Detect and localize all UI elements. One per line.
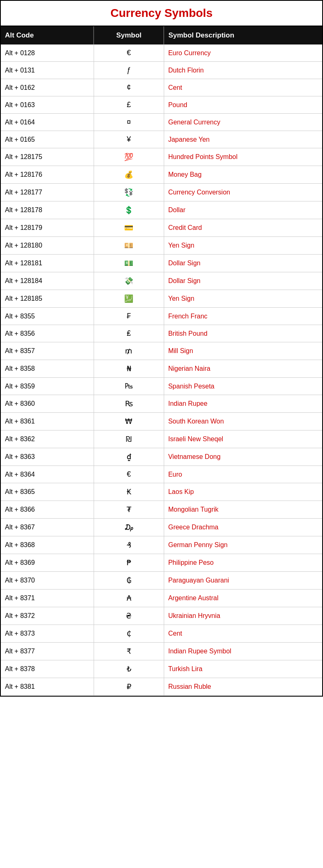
cell-description: Dollar Sign [164,272,322,290]
cell-alt-code: Alt + 128175 [1,148,94,166]
cell-description: Israeli New Sheqel [164,430,322,448]
table-row: Alt + 128178💲Dollar [1,201,322,219]
cell-symbol: 💱 [94,184,164,201]
cell-alt-code: Alt + 8359 [1,378,94,395]
cell-symbol: ₺ [94,660,164,678]
cell-description: South Korean Won [164,413,322,430]
table-row: Alt + 8381₽Russian Ruble [1,678,322,696]
cell-symbol: ₹ [94,643,164,660]
col-header-description: Symbol Description [164,26,322,44]
cell-symbol: ₤ [94,325,164,342]
cell-symbol: ₣ [94,308,164,325]
cell-alt-code: Alt + 8377 [1,643,94,660]
cell-symbol: ¥ [94,131,164,148]
cell-description: Dollar [164,201,322,219]
cell-symbol: ₭ [94,483,164,501]
cell-alt-code: Alt + 128176 [1,166,94,184]
table-row: Alt + 128180💴Yen Sign [1,237,322,255]
cell-description: Japanese Yen [164,131,322,148]
cell-symbol: ₨ [94,395,164,413]
cell-description: Money Bag [164,166,322,184]
table-row: Alt + 0162¢Cent [1,79,322,96]
cell-alt-code: Alt + 8369 [1,554,94,572]
table-row: Alt + 8358₦Nigerian Naira [1,360,322,378]
cell-alt-code: Alt + 128185 [1,290,94,308]
cell-symbol: ₦ [94,360,164,378]
cell-description: Pound [164,96,322,114]
table-row: Alt + 8369₱Philippine Peso [1,554,322,572]
cell-symbol: ₥ [94,342,164,360]
table-row: Alt + 0131ƒDutch Florin [1,62,322,79]
cell-description: French Franc [164,308,322,325]
table-row: Alt + 128177💱Currency Conversion [1,184,322,201]
cell-symbol: 💯 [94,148,164,166]
table-row: Alt + 8367₯Greece Drachma [1,519,322,536]
cell-symbol: 💲 [94,201,164,219]
table-row: Alt + 128176💰Money Bag [1,166,322,184]
cell-alt-code: Alt + 128181 [1,255,94,272]
table-row: Alt + 8372₴Ukrainian Hryvnia [1,607,322,625]
cell-description: Argentine Austral [164,590,322,607]
cell-symbol: 💰 [94,166,164,184]
cell-symbol: ₪ [94,430,164,448]
cell-description: Euro [164,466,322,483]
table-row: Alt + 8370₲Paraguayan Guarani [1,572,322,590]
table-row: Alt + 8378₺Turkish Lira [1,660,322,678]
currency-symbols-table: Currency Symbols Alt Code Symbol Symbol … [0,0,323,697]
cell-alt-code: Alt + 8358 [1,360,94,378]
cell-description: Yen Sign [164,237,322,255]
table-row: Alt + 8363₫Vietnamese Dong [1,448,322,466]
cell-description: Euro Currency [164,44,322,62]
table-row: Alt + 0164¤General Currency [1,114,322,131]
cell-alt-code: Alt + 8372 [1,607,94,625]
cell-description: Ukrainian Hryvnia [164,607,322,625]
cell-symbol: 💳 [94,219,164,237]
cell-symbol: 💵 [94,255,164,272]
cell-alt-code: Alt + 8381 [1,678,94,696]
cell-alt-code: Alt + 8368 [1,536,94,554]
cell-symbol: ₩ [94,413,164,430]
table-row: Alt + 8359₧Spanish Peseta [1,378,322,395]
table-row: Alt + 8357₥Mill Sign [1,342,322,360]
table-row: Alt + 8377₹Indian Rupee Symbol [1,643,322,660]
cell-alt-code: Alt + 8366 [1,501,94,519]
cell-description: Indian Rupee Symbol [164,643,322,660]
cell-symbol: ₴ [94,607,164,625]
cell-symbol: ₫ [94,448,164,466]
table-row: Alt + 8371₳Argentine Austral [1,590,322,607]
table-row: Alt + 128181💵Dollar Sign [1,255,322,272]
cell-description: Laos Kip [164,483,322,501]
cell-alt-code: Alt + 8355 [1,308,94,325]
cell-description: Spanish Peseta [164,378,322,395]
table-row: Alt + 0165¥Japanese Yen [1,131,322,148]
cell-alt-code: Alt + 8362 [1,430,94,448]
cell-alt-code: Alt + 128184 [1,272,94,290]
cell-description: Indian Rupee [164,395,322,413]
cell-description: Russian Ruble [164,678,322,696]
cell-symbol: ¢ [94,79,164,96]
cell-alt-code: Alt + 8373 [1,625,94,643]
table-row: Alt + 8362₪Israeli New Sheqel [1,430,322,448]
cell-symbol: 💴 [94,237,164,255]
table-row: Alt + 0163£Pound [1,96,322,114]
cell-symbol: ƒ [94,62,164,79]
cell-alt-code: Alt + 0128 [1,44,94,62]
cell-alt-code: Alt + 8364 [1,466,94,483]
cell-alt-code: Alt + 128180 [1,237,94,255]
cell-alt-code: Alt + 0162 [1,79,94,96]
table-row: Alt + 128179💳Credit Card [1,219,322,237]
cell-description: Currency Conversion [164,184,322,201]
data-table: Alt Code Symbol Symbol Description Alt +… [1,26,322,696]
cell-alt-code: Alt + 8361 [1,413,94,430]
cell-symbol: £ [94,96,164,114]
col-header-symbol: Symbol [94,26,164,44]
table-row: Alt + 8361₩South Korean Won [1,413,322,430]
cell-alt-code: Alt + 128179 [1,219,94,237]
cell-symbol: € [94,44,164,62]
table-row: Alt + 128175💯Hundred Points Symbol [1,148,322,166]
table-row: Alt + 128185💹Yen Sign [1,290,322,308]
cell-alt-code: Alt + 8357 [1,342,94,360]
cell-symbol: ¤ [94,114,164,131]
cell-symbol: ₮ [94,501,164,519]
page-title: Currency Symbols [1,1,322,26]
